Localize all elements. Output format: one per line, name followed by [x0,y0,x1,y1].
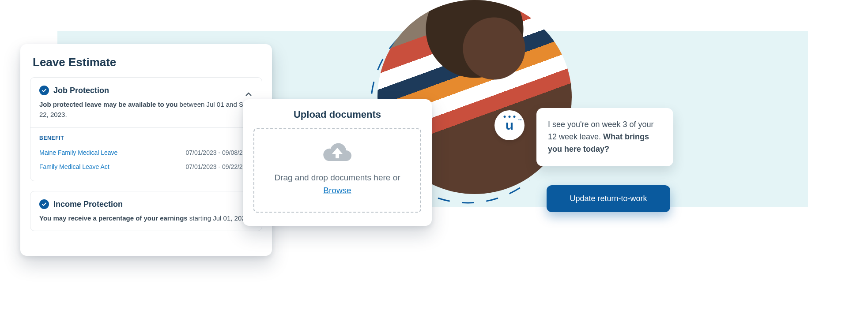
upload-documents-card: Upload documents Drag and drop documents… [243,99,432,226]
assistant-message: I see you're on week 3 of your 12 week l… [536,108,673,166]
benefit-row: Maine Family Medical Leave 07/01/2023 - … [39,146,253,160]
leave-estimate-title: Leave Estimate [30,56,262,69]
brand-badge: u ™ [494,110,525,140]
income-protection-description: You may receive a percentage of your ear… [39,213,253,224]
leave-estimate-card: Leave Estimate Job Protection Job protec… [20,44,272,256]
benefit-row: Family Medical Leave Act 07/01/2023 - 09… [39,160,253,174]
upload-title: Upload documents [253,109,421,120]
brand-letter: u [506,118,513,133]
job-protection-description: Job protected leave may be available to … [39,100,253,120]
benefit-header: BENEFIT [39,135,253,141]
divider [30,127,262,128]
chevron-up-icon [245,92,252,97]
trademark: ™ [518,118,522,123]
income-protection-section: Income Protection You may receive a perc… [30,191,262,231]
benefit-link[interactable]: Maine Family Medical Leave [39,149,117,156]
income-protection-title: Income Protection [53,200,123,209]
check-circle-icon [39,199,49,209]
upload-dropzone[interactable]: Drag and drop documents here or Browse [253,128,421,213]
check-circle-icon [39,86,49,95]
collapse-toggle[interactable] [243,89,254,100]
benefit-link[interactable]: Family Medical Leave Act [39,163,109,170]
job-protection-title: Job Protection [53,86,109,95]
browse-link[interactable]: Browse [323,186,351,195]
cloud-upload-icon [321,141,353,164]
job-protection-section: Job Protection Job protected leave may b… [30,77,262,181]
update-return-to-work-button[interactable]: Update return-to-work [547,185,670,212]
dropzone-text: Drag and drop documents here or Browse [263,172,411,197]
